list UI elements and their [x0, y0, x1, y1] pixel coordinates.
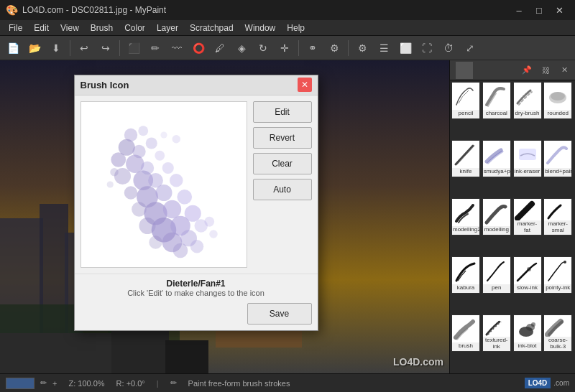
revert-button[interactable]: Revert — [253, 127, 312, 149]
brush-item-pencil[interactable]: pencil — [451, 82, 480, 119]
menu-view[interactable]: View — [55, 20, 85, 36]
paint-tool[interactable]: ⬛ — [124, 38, 144, 58]
brush-item-modelling2[interactable]: modelling2 — [451, 198, 480, 235]
toolbar: 📄 📂 ⬇ ↩ ↪ ⬛ ✏ 〰 ⭕ 🖊 ◈ ↻ ✛ ⚭ ⚙ ⚙ ☰ ⬜ ⛶ ⏱ … — [0, 36, 575, 60]
expand-tool[interactable]: ⤢ — [460, 38, 480, 58]
undo-tool[interactable]: ↩ — [74, 38, 94, 58]
rotate-tool[interactable]: ↻ — [253, 38, 273, 58]
menu-file[interactable]: File — [3, 20, 28, 36]
dialog-hint-text: Click 'Edit' to make changes to the icon — [80, 289, 312, 297]
edit-color-button[interactable]: ✏ — [40, 378, 47, 388]
move-tool[interactable]: ✛ — [275, 38, 295, 58]
brush-preview-area — [80, 101, 247, 268]
link-tool[interactable]: ⚭ — [303, 38, 323, 58]
menu-brush[interactable]: Brush — [85, 20, 119, 36]
svg-point-29 — [155, 185, 172, 201]
brush-label-drybrush: dry-brush — [514, 110, 541, 118]
brush-label-rounded: rounded — [544, 110, 571, 118]
brush-preview-inkblot — [514, 315, 541, 342]
maximize-button[interactable]: □ — [529, 0, 549, 20]
clear-button[interactable]: Clear — [253, 153, 312, 174]
brush-label-pencil: pencil — [452, 110, 479, 118]
color-display[interactable] — [6, 378, 34, 389]
brush-item-blendpaint[interactable]: blend+paint — [543, 140, 572, 177]
brush-item-kabura[interactable]: kabura — [451, 256, 480, 294]
brush-item-knife[interactable]: knife — [451, 140, 480, 177]
brush-preview-pen — [483, 257, 510, 284]
menu-layer[interactable]: Layer — [151, 20, 184, 36]
svg-point-26 — [162, 162, 173, 173]
panel-chain-button[interactable]: ⛓ — [538, 62, 553, 78]
zoom-display: Z: 100.0% — [68, 379, 104, 388]
new-tool[interactable]: 📄 — [3, 38, 23, 58]
panel-pin-button[interactable]: 📌 — [519, 62, 535, 78]
brush-item-drybrush[interactable]: dry-brush — [513, 82, 542, 119]
eraser-tool[interactable]: ◈ — [231, 38, 252, 58]
window-title: LO4D.com - DSC02811.jpg - MyPaint — [22, 5, 166, 15]
gear-tool[interactable]: ⚙ — [352, 38, 372, 58]
brush-label-texturedink: textured-ink — [483, 337, 510, 351]
dialog-body: Edit Revert Clear Auto — [75, 95, 318, 274]
adjust-tool[interactable]: ⚙ — [324, 38, 344, 58]
brush-preview-markerfat — [514, 199, 541, 220]
open-tool[interactable]: 📂 — [24, 38, 45, 58]
close-button[interactable]: ✕ — [549, 0, 569, 20]
brush-item-charcoal[interactable]: charcoal — [482, 82, 511, 119]
save-button[interactable]: Save — [247, 303, 312, 325]
menu-edit[interactable]: Edit — [28, 20, 55, 36]
svg-point-30 — [170, 174, 183, 187]
svg-point-34 — [177, 189, 192, 204]
panel-close-button[interactable]: ✕ — [556, 62, 572, 78]
svg-point-49 — [204, 216, 214, 226]
pencil-tool[interactable]: ✏ — [145, 38, 165, 58]
svg-point-48 — [106, 181, 113, 187]
pen-tool[interactable]: 🖊 — [210, 38, 230, 58]
auto-button[interactable]: Auto — [253, 179, 312, 200]
brush-item-inkblot[interactable]: ink-blot — [513, 314, 542, 352]
minimize-button[interactable]: – — [509, 0, 529, 20]
timer-tool[interactable]: ⏱ — [438, 38, 459, 58]
menu-color[interactable]: Color — [119, 20, 151, 36]
save-tool[interactable]: ⬇ — [46, 38, 66, 58]
ellipse-tool[interactable]: ⭕ — [188, 38, 208, 58]
brush-item-smudya[interactable]: smudya+paint — [482, 140, 511, 177]
brush-item-markerfat[interactable]: marker-fat — [513, 198, 542, 235]
brush-label-slowink: slow-ink — [514, 284, 541, 292]
edit-button[interactable]: Edit — [253, 101, 312, 123]
brush-preview-charcoal — [483, 83, 510, 110]
menu-help[interactable]: Help — [281, 20, 310, 36]
dialog-close-button[interactable]: ✕ — [298, 78, 312, 92]
window-controls: – □ ✕ — [509, 0, 569, 20]
toolbar-sep-3 — [298, 40, 299, 56]
svg-point-47 — [110, 168, 119, 177]
line-tool[interactable]: 〰 — [167, 38, 187, 58]
brush-label-knife: knife — [452, 168, 479, 176]
status-bar: ✏ + Z: 100.0% R: +0.0° | ✏ Paint free-fo… — [0, 373, 575, 392]
brush-label-inkblot: ink-blot — [514, 342, 541, 350]
icon-tool[interactable]: ⬜ — [395, 38, 415, 58]
brush-item-markersmall[interactable]: marker-smal — [543, 198, 572, 235]
brush-panel: 📌 ⛓ ✕ pencil charcoal dr — [449, 60, 575, 373]
redo-tool[interactable]: ↪ — [96, 38, 116, 58]
canvas-area[interactable]: Brush Icon ✕ — [0, 60, 449, 373]
panel-color-swatch — [456, 62, 473, 79]
brush-item-rounded[interactable]: rounded — [543, 82, 572, 119]
brush-item-coarsebulk[interactable]: coarse-bulk-3 — [543, 314, 572, 352]
toolbar-sep-2 — [119, 40, 120, 56]
brush-item-texturedink[interactable]: textured-ink — [482, 314, 511, 352]
menu-scratchpad[interactable]: Scratchpad — [184, 20, 239, 36]
brush-item-modelling[interactable]: modelling — [482, 198, 511, 235]
menu-window[interactable]: Window — [239, 20, 282, 36]
fullscreen-tool[interactable]: ⛶ — [417, 38, 437, 58]
add-color-button[interactable]: + — [52, 379, 57, 388]
menu-tool[interactable]: ☰ — [374, 38, 394, 58]
brush-item-slowink[interactable]: slow-ink — [513, 256, 542, 294]
brush-label-pointyink: pointy-ink — [544, 284, 571, 292]
brush-item-inkeraser[interactable]: ink-eraser — [513, 140, 542, 177]
dialog-overlay: Brush Icon ✕ — [0, 60, 449, 373]
brush-label-inkeraser: ink-eraser — [514, 168, 541, 176]
brush-item-pointyink[interactable]: pointy-ink — [543, 256, 572, 294]
brush-item-pen[interactable]: pen — [482, 256, 511, 294]
menu-bar: File Edit View Brush Color Layer Scratch… — [0, 20, 575, 36]
brush-item-brush[interactable]: brush — [451, 314, 480, 352]
